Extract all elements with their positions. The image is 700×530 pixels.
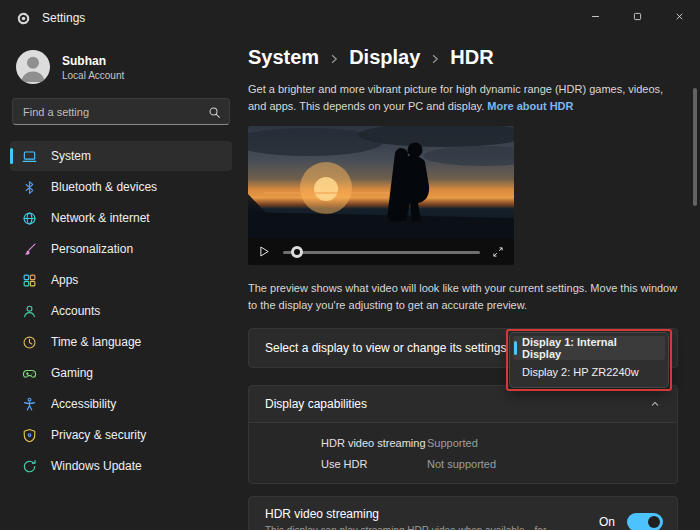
video-controls [248, 238, 514, 265]
display-capabilities-body: HDR video streaming Supported Use HDR No… [249, 422, 677, 483]
scrollbar-thumb[interactable] [693, 88, 697, 206]
display-dropdown: Display 1: Internal Display Display 2: H… [509, 332, 669, 388]
chevron-up-icon[interactable] [649, 398, 661, 410]
titlebar: Settings [0, 0, 700, 36]
paintbrush-icon [22, 242, 37, 257]
toggle-state-label: On [599, 515, 615, 529]
globe-icon [22, 211, 37, 226]
maximize-button[interactable] [616, 1, 658, 31]
hdr-video-streaming-card: HDR video streaming This display can pla… [248, 496, 678, 530]
breadcrumb-display[interactable]: Display [349, 46, 420, 69]
sidebar-nav: System Bluetooth & devices Network & int… [10, 141, 232, 481]
search-box [12, 98, 230, 125]
display-capabilities-title: Display capabilities [265, 397, 367, 411]
settings-window: Settings Subhan Local Account [0, 0, 700, 530]
page-description: Get a brighter and more vibrant picture … [248, 81, 678, 114]
search-input[interactable] [12, 98, 230, 125]
capability-label: Use HDR [321, 458, 427, 470]
system-icon [22, 149, 37, 164]
sidebar-item-label: Gaming [51, 366, 93, 380]
sidebar-item-accounts[interactable]: Accounts [10, 296, 232, 326]
play-icon[interactable] [258, 245, 271, 258]
user-account[interactable]: Subhan Local Account [10, 46, 232, 98]
capability-label: HDR video streaming [321, 437, 427, 449]
sidebar-item-label: Time & language [51, 335, 141, 349]
sidebar-item-label: Bluetooth & devices [51, 180, 157, 194]
sidebar-item-personalization[interactable]: Personalization [10, 234, 232, 264]
breadcrumb-system[interactable]: System [248, 46, 319, 69]
search-icon[interactable] [208, 105, 221, 118]
hdr-streaming-toggle[interactable] [627, 513, 663, 530]
video-seek-slider[interactable] [283, 246, 480, 258]
sidebar-item-windows-update[interactable]: Windows Update [10, 451, 232, 481]
capability-value: Supported [427, 437, 478, 449]
hdr-streaming-title: HDR video streaming [265, 507, 546, 521]
minimize-button[interactable] [574, 1, 616, 31]
sidebar-item-label: Accounts [51, 304, 100, 318]
sidebar-item-label: Privacy & security [51, 428, 146, 442]
sidebar-item-apps[interactable]: Apps [10, 265, 232, 295]
chevron-right-icon [429, 50, 441, 65]
hdr-streaming-toggle-group: On [599, 513, 663, 530]
sidebar-item-system[interactable]: System [10, 141, 232, 171]
capability-value: Not supported [427, 458, 496, 470]
more-about-hdr-link[interactable]: More about HDR [487, 100, 573, 112]
sidebar-item-time-language[interactable]: Time & language [10, 327, 232, 357]
fullscreen-icon[interactable] [492, 246, 504, 258]
dropdown-option-display-1[interactable]: Display 1: Internal Display [513, 336, 665, 360]
accessibility-person-icon [22, 397, 37, 412]
video-preview-frame [248, 126, 514, 238]
hdr-streaming-text: HDR video streaming This display can pla… [265, 507, 546, 530]
sidebar-item-label: Windows Update [51, 459, 142, 473]
sidebar-item-label: System [51, 149, 91, 163]
slider-track [283, 251, 480, 254]
window-title: Settings [42, 11, 85, 25]
display-selector-card: Select a display to view or change its s… [248, 328, 678, 368]
slider-thumb[interactable] [291, 246, 303, 258]
sidebar-item-label: Network & internet [51, 211, 150, 225]
user-account-type: Local Account [62, 70, 124, 81]
avatar [16, 50, 50, 84]
dropdown-option-display-2[interactable]: Display 2: HP ZR2240w [513, 360, 665, 384]
hdr-video-preview [248, 126, 514, 265]
sidebar-item-network-internet[interactable]: Network & internet [10, 203, 232, 233]
display-capabilities-card: Display capabilities HDR video streaming… [248, 385, 678, 484]
preview-note: The preview shows what video will look l… [248, 280, 678, 313]
game-controller-icon [22, 366, 37, 381]
shield-icon [22, 428, 37, 443]
user-name: Subhan [62, 54, 124, 68]
sidebar-item-label: Accessibility [51, 397, 116, 411]
sidebar: Subhan Local Account System Bluetooth & … [0, 36, 240, 530]
sidebar-item-accessibility[interactable]: Accessibility [10, 389, 232, 419]
bluetooth-icon [22, 180, 37, 195]
window-controls [574, 1, 700, 31]
sidebar-item-bluetooth-devices[interactable]: Bluetooth & devices [10, 172, 232, 202]
display-selector-label: Select a display to view or change its s… [265, 341, 506, 355]
apps-grid-icon [22, 273, 37, 288]
breadcrumb: System Display HDR [248, 46, 678, 69]
person-icon [22, 304, 37, 319]
sidebar-item-label: Personalization [51, 242, 133, 256]
clock-icon [22, 335, 37, 350]
sidebar-item-privacy-security[interactable]: Privacy & security [10, 420, 232, 450]
hdr-streaming-description: This display can play streaming HDR vide… [265, 525, 546, 530]
breadcrumb-hdr: HDR [450, 46, 493, 69]
sidebar-item-gaming[interactable]: Gaming [10, 358, 232, 388]
settings-cards: Select a display to view or change its s… [248, 328, 678, 530]
update-refresh-icon [22, 459, 37, 474]
capability-row: Use HDR Not supported [321, 453, 661, 474]
close-button[interactable] [658, 1, 700, 31]
display-capabilities-header[interactable]: Display capabilities [249, 386, 677, 422]
chevron-right-icon [328, 50, 340, 65]
settings-gear-icon [16, 11, 31, 26]
sidebar-item-label: Apps [51, 273, 78, 287]
capability-row: HDR video streaming Supported [321, 432, 661, 453]
description-text: Get a brighter and more vibrant picture … [248, 83, 663, 112]
main-content: System Display HDR Get a brighter and mo… [240, 36, 700, 530]
